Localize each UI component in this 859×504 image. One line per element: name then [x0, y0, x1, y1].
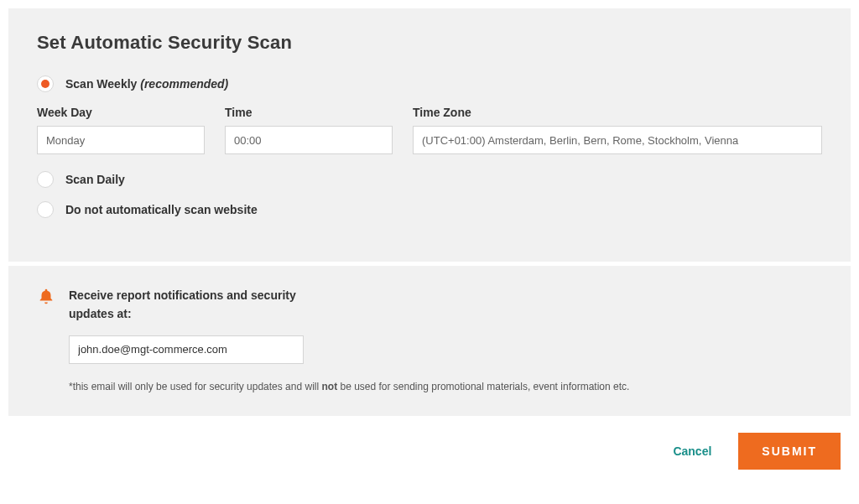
radio-icon [37, 171, 54, 188]
weekday-column: Week Day [37, 106, 205, 154]
radio-label-hint: (recommended) [140, 77, 228, 91]
scan-settings-panel: Set Automatic Security Scan Scan Weekly … [8, 8, 851, 262]
schedule-form-row: Week Day Time Time Zone [37, 106, 822, 154]
timezone-label: Time Zone [413, 106, 822, 119]
email-disclaimer: *this email will only be used for securi… [69, 381, 822, 392]
time-label: Time [225, 106, 393, 119]
time-column: Time [225, 106, 393, 154]
disclaimer-bold: not [321, 381, 337, 392]
disclaimer-pre: *this email will only be used for securi… [69, 381, 321, 392]
weekday-input[interactable] [37, 126, 205, 154]
notify-header: Receive report notifications and securit… [37, 286, 822, 324]
notification-email-input[interactable] [69, 335, 304, 364]
panel-heading: Set Automatic Security Scan [37, 32, 822, 54]
radio-label: Scan Weekly (recommended) [65, 77, 228, 91]
radio-label: Do not automatically scan website [65, 203, 258, 216]
notify-title: Receive report notifications and securit… [69, 286, 320, 324]
radio-label-text: Scan Weekly [65, 77, 140, 91]
timezone-column: Time Zone [413, 106, 822, 154]
disclaimer-post: be used for sending promotional material… [337, 381, 629, 392]
radio-option-none[interactable]: Do not automatically scan website [37, 198, 822, 221]
weekday-label: Week Day [37, 106, 205, 119]
cancel-button[interactable]: Cancel [673, 444, 711, 458]
submit-button[interactable]: SUBMIT [738, 433, 841, 470]
radio-label: Scan Daily [65, 173, 125, 186]
actions-bar: Cancel SUBMIT [0, 416, 859, 481]
bell-icon [37, 286, 57, 309]
time-input[interactable] [225, 126, 393, 154]
radio-icon [37, 75, 54, 92]
radio-group-bottom: Scan Daily Do not automatically scan web… [37, 168, 822, 221]
radio-option-weekly[interactable]: Scan Weekly (recommended) [37, 72, 822, 96]
timezone-input[interactable] [413, 126, 822, 154]
radio-icon [37, 201, 54, 218]
radio-option-daily[interactable]: Scan Daily [37, 168, 822, 191]
notification-panel: Receive report notifications and securit… [8, 266, 851, 416]
